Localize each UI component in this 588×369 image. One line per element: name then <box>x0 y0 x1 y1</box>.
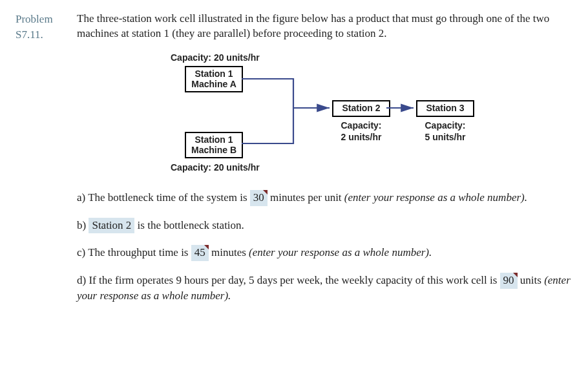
qd-answer[interactable]: 90 <box>500 273 518 289</box>
question-d: d) If the firm operates 9 hours per day,… <box>77 273 572 304</box>
problem-label-line1: Problem <box>16 13 53 25</box>
problem-label: Problem S7.11. <box>16 12 77 43</box>
problem-statement: The three-station work cell illustrated … <box>77 12 572 41</box>
qb-pre: b) <box>77 219 89 231</box>
qd-pre: d) If the firm operates 9 hours per day,… <box>77 274 500 286</box>
question-b: b) Station 2 is the bottleneck station. <box>77 218 572 234</box>
qa-answer[interactable]: 30 <box>250 190 268 206</box>
question-a: a) The bottleneck time of the system is … <box>77 190 572 206</box>
problem-header: Problem S7.11. The three-station work ce… <box>16 12 572 43</box>
flow-arrows <box>145 52 481 181</box>
qc-answer[interactable]: 45 <box>191 245 209 261</box>
qb-answer[interactable]: Station 2 <box>89 218 134 234</box>
qc-pre: c) The throughput time is <box>77 246 191 258</box>
qa-post: minutes per unit <box>268 191 344 204</box>
qc-hint: (enter your response as a whole number). <box>249 246 432 258</box>
qc-post: minutes <box>209 246 249 258</box>
qa-hint: (enter your response as a whole number). <box>344 191 527 204</box>
qd-post: units <box>518 274 545 286</box>
qa-pre: a) The bottleneck time of the system is <box>77 191 250 204</box>
question-c: c) The throughput time is 45 minutes (en… <box>77 245 572 261</box>
questions: a) The bottleneck time of the system is … <box>77 190 572 304</box>
problem-label-line2: S7.11. <box>16 28 43 41</box>
diagram: Capacity: 20 units/hr Station 1 Machine … <box>145 52 572 181</box>
qb-post: is the bottleneck station. <box>134 219 244 231</box>
